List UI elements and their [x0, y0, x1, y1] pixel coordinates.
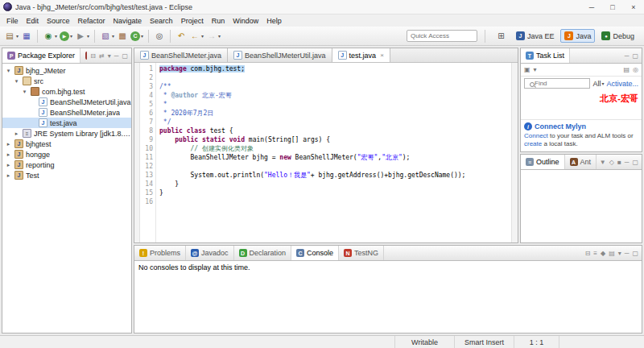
console-tab-console[interactable]: CConsole: [291, 246, 339, 260]
new-class-button[interactable]: C▾: [130, 31, 144, 42]
expand-arrow-icon[interactable]: ▸: [5, 172, 12, 179]
editor-tab-beanshelljmeterutil-java[interactable]: JBeanShellJMeterUtil.java: [228, 48, 332, 62]
perspective-java-button[interactable]: JJava: [560, 29, 595, 43]
explorer-tab-package-explorer[interactable]: PPackage Explorer: [2, 48, 80, 63]
collapse-arrow-icon[interactable]: ▾: [13, 78, 20, 85]
explorer-tab-junit[interactable]: JJUnit: [80, 48, 87, 63]
expand-arrow-icon[interactable]: ▸: [5, 162, 12, 168]
external-tools-button[interactable]: ▶▾: [74, 30, 90, 43]
tree-item-beanshelljmeter-java[interactable]: JBeanShellJMeter.java: [2, 107, 131, 118]
expand-arrow-icon[interactable]: ▸: [13, 130, 20, 137]
menu-run[interactable]: Run: [208, 16, 229, 26]
tasklist-tab-task-list[interactable]: TTask List: [521, 48, 570, 63]
minimize-button[interactable]: ─: [581, 0, 602, 14]
maximize-panel-icon[interactable]: ▢: [122, 52, 128, 60]
connect-mylyn-link[interactable]: i Connect Mylyn: [524, 122, 638, 130]
collapse-arrow-icon[interactable]: ▾: [5, 68, 12, 74]
menu-refactor[interactable]: Refactor: [74, 16, 109, 26]
run-button[interactable]: ▶▾: [59, 31, 73, 42]
tree-item-reporting[interactable]: ▸Jreporting: [2, 160, 131, 170]
dropdown-arrow-icon[interactable]: ▾: [87, 33, 89, 39]
dropdown-arrow-icon[interactable]: ▾: [112, 33, 114, 39]
dropdown-arrow-icon[interactable]: ▾: [141, 33, 143, 39]
open-perspective-button[interactable]: ⊞: [493, 29, 510, 43]
debug-button[interactable]: ◉▾: [42, 30, 58, 43]
dropdown-arrow-icon[interactable]: ▾: [218, 33, 221, 39]
collapse-arrow-icon[interactable]: ▾: [21, 89, 28, 95]
dropdown-arrow-icon[interactable]: ▾: [534, 66, 537, 73]
maximize-button[interactable]: □: [602, 0, 623, 14]
outline-tab-outline[interactable]: ≡Outline: [521, 155, 565, 169]
sort-icon[interactable]: ▼: [600, 159, 606, 166]
close-button[interactable]: ×: [623, 0, 644, 14]
open-console-icon[interactable]: ▤: [609, 250, 615, 257]
dropdown-arrow-icon[interactable]: ▾: [55, 33, 57, 39]
new-package-button[interactable]: ▩: [116, 30, 129, 43]
menu-window[interactable]: Window: [229, 16, 262, 26]
activate-link[interactable]: Activate...: [606, 80, 638, 88]
hide-static-icon[interactable]: ■: [617, 159, 621, 166]
link-with-editor-icon[interactable]: ⇄: [99, 52, 105, 60]
categorized-icon[interactable]: ▤: [623, 66, 630, 73]
expand-arrow-icon[interactable]: ▸: [5, 151, 12, 158]
console-tab-javadoc[interactable]: @Javadoc: [186, 246, 234, 260]
console-tab-declaration[interactable]: DDeclaration: [234, 246, 292, 260]
menu-edit[interactable]: Edit: [23, 16, 43, 26]
menu-file[interactable]: File: [2, 16, 23, 26]
new-task-icon[interactable]: ▣: [524, 66, 530, 73]
new-java-project-button[interactable]: ▧▾: [99, 30, 115, 43]
console-tab-problems[interactable]: !Problems: [134, 246, 186, 260]
tree-item-bjhg-jmeter[interactable]: ▾Jbjhg_JMeter: [2, 65, 131, 76]
outline-tab-ant[interactable]: AAnt: [565, 155, 597, 169]
menu-navigate[interactable]: Navigate: [109, 16, 147, 26]
perspective-debug-button[interactable]: ●Debug: [597, 29, 638, 43]
pin-console-icon[interactable]: ◆: [601, 250, 605, 257]
dropdown-arrow-icon[interactable]: ▾: [16, 33, 19, 39]
code-area[interactable]: package com.bjhg.test;/** * @author 北京-宏…: [156, 63, 511, 242]
overview-ruler[interactable]: [511, 63, 518, 242]
mylyn-link-create[interactable]: create: [524, 140, 542, 147]
view-menu-icon[interactable]: ▾: [108, 52, 111, 60]
console-tab-testng[interactable]: NTestNG: [339, 246, 384, 260]
last-edit-button[interactable]: ↶: [175, 30, 188, 43]
back-button[interactable]: ←▾: [188, 30, 204, 43]
dropdown-arrow-icon[interactable]: ▾: [70, 33, 72, 39]
all-filter-dropdown[interactable]: All ▾: [592, 80, 604, 88]
tree-item-hongge[interactable]: ▸Jhongge: [2, 149, 131, 160]
menu-search[interactable]: Search: [146, 16, 177, 26]
tree-item-beanshelljmeterutil-java[interactable]: JBeanShellJMeterUtil.java: [2, 97, 131, 107]
scroll-lock-icon[interactable]: ≡: [593, 250, 597, 257]
menu-source[interactable]: Source: [43, 16, 74, 26]
close-tab-icon[interactable]: ×: [380, 52, 384, 59]
maximize-panel-icon[interactable]: ▢: [632, 159, 638, 166]
maximize-panel-icon[interactable]: ▢: [632, 250, 638, 257]
tree-item-bjhgtest[interactable]: ▸Jbjhgtest: [2, 139, 131, 149]
package-explorer-tree[interactable]: ▾Jbjhg_JMeter▾src▾com.bjhg.testJBeanShel…: [2, 64, 131, 333]
tree-item-src[interactable]: ▾src: [2, 76, 131, 86]
dropdown-arrow-icon[interactable]: ▾: [618, 250, 621, 257]
tree-item-test[interactable]: ▸JTest: [2, 170, 131, 180]
editor-tab-beanshelljmeter-java[interactable]: JBeanShellJMeter.java: [134, 48, 228, 62]
tree-item-jre-system-library-jdk1-8-0-181[interactable]: ▸≡JRE System Library [jdk1.8.0_181]: [2, 128, 131, 139]
cursor-position-status[interactable]: 1 : 1: [514, 336, 559, 348]
minimize-panel-icon[interactable]: ─: [625, 159, 630, 166]
perspective-java-ee-button[interactable]: JJava EE: [512, 29, 559, 43]
focus-icon[interactable]: ◎: [633, 66, 638, 73]
clear-console-icon[interactable]: ⊟: [585, 250, 591, 257]
minimize-panel-icon[interactable]: ─: [625, 250, 630, 257]
tree-item-test-java[interactable]: Jtest.java: [2, 118, 131, 128]
tree-item-com-bjhg-test[interactable]: ▾com.bjhg.test: [2, 86, 131, 97]
forward-button[interactable]: →▾: [205, 30, 221, 43]
quick-access-input[interactable]: [407, 30, 477, 42]
search-button[interactable]: ◎: [153, 30, 166, 43]
hide-fields-icon[interactable]: ◇: [609, 159, 614, 166]
editor-tab-test-java[interactable]: Jtest.java×: [332, 48, 390, 62]
menu-help[interactable]: Help: [262, 16, 286, 26]
menu-project[interactable]: Project: [177, 16, 208, 26]
minimize-panel-icon[interactable]: ─: [625, 52, 630, 60]
mylyn-link-connect[interactable]: Connect: [524, 132, 548, 139]
expand-arrow-icon[interactable]: ▸: [5, 141, 12, 147]
collapse-all-icon[interactable]: ⊟: [90, 52, 96, 60]
save-button[interactable]: ▦: [20, 30, 33, 43]
dropdown-arrow-icon[interactable]: ▾: [201, 33, 204, 39]
